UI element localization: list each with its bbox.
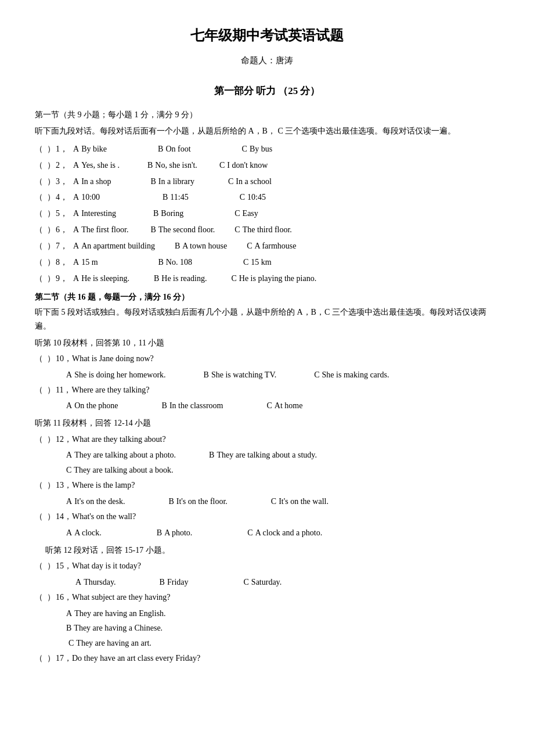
q5-optC: CEasy — [234, 206, 258, 221]
q16-optB-line: BThey are having a Chinese. — [66, 621, 499, 636]
q16-optC: CThey are having an art. — [66, 639, 151, 647]
question-row-8: （ ） 8， A15 m BNo. 108 C15 km — [35, 255, 499, 270]
q4-optB: B11:45 — [163, 190, 189, 205]
question-row-17: （ ） 17，Do they have an art class every F… — [35, 651, 499, 666]
q14-optA: AA clock. — [66, 528, 102, 537]
q2-optA: AYes, she is . — [73, 158, 120, 173]
section1-questions: （ ） 1， ABy bike BOn foot CBy bus （ ） 2， … — [35, 142, 499, 286]
question-row-2: （ ） 2， AYes, she is . BNo, she isn't. CI… — [35, 158, 499, 173]
part1-header: 第一部分 听力 （25 分） — [35, 82, 499, 100]
question-row-10: （ ） 10，What is Jane doing now? — [35, 351, 499, 366]
section1-instruction: 听下面九段对话。每段对话后面有一个小题，从题后所给的 A，B， C 三个选项中选… — [35, 124, 499, 138]
q11-paren: （ ） — [35, 383, 56, 398]
section2-instruction: 听下面 5 段对话或独白。每段对话或独白后面有几个小题，从题中所给的 A，B，C… — [35, 305, 499, 333]
q13-optA: AIt's on the desk. — [66, 497, 125, 506]
q9-paren: （ ） — [35, 271, 56, 286]
material3-header: 听第 12 段对话，回答 15-17 小题。 — [45, 543, 499, 557]
q7-optA: AAn apartment building — [73, 239, 155, 254]
q15-stem: 15，What day is it today? — [56, 559, 141, 574]
q5-num: 5， — [56, 206, 73, 221]
section2-note: 第二节（共 16 题，每题一分，满分 16 分） — [35, 290, 499, 304]
q3-optA: AIn a shop — [73, 174, 111, 189]
page-title: 七年级期中考试英语试题 — [35, 23, 499, 48]
q6-optC: CThe third floor. — [234, 222, 292, 237]
q13-paren: （ ） — [35, 478, 56, 493]
q4-optC: C10:45 — [240, 190, 266, 205]
q12-optA: AThey are talking about a photo. — [66, 451, 176, 459]
q7-num: 7， — [56, 239, 73, 254]
section1-note: 第一节（共 9 小题；每小题 1 分，满分 9 分） — [35, 107, 499, 122]
q15-optC: CSaturday. — [244, 578, 282, 586]
q12-optC-line: CThey are talking about a book. — [66, 463, 499, 478]
question-row-7: （ ） 7， AAn apartment building BA town ho… — [35, 239, 499, 254]
q1-optB: BOn foot — [158, 142, 191, 157]
q1-optC: CBy bus — [242, 142, 273, 157]
q17-paren: （ ） — [35, 651, 56, 666]
q6-num: 6， — [56, 222, 73, 237]
q7-optB: BA town house — [175, 239, 227, 254]
q10-stem: 10，What is Jane doing now? — [56, 351, 154, 366]
q17-stem: 17，Do they have an art class every Frida… — [56, 651, 200, 666]
q16-optC-line: CThey are having an art. — [66, 636, 499, 651]
question-row-15: （ ） 15，What day is it today? — [35, 559, 499, 574]
question-row-6: （ ） 6， AThe first floor. BThe second flo… — [35, 222, 499, 237]
q3-num: 3， — [56, 174, 73, 189]
q14-options: AA clock. BA photo. CA clock and a photo… — [66, 525, 499, 541]
q8-optA: A15 m — [73, 255, 98, 270]
q8-paren: （ ） — [35, 255, 56, 270]
question-row-3: （ ） 3， AIn a shop BIn a library CIn a sc… — [35, 174, 499, 189]
q8-num: 8， — [56, 255, 73, 270]
q12-optA-line: AThey are talking about a photo. BThey a… — [66, 448, 499, 463]
q2-optC: CI don't know — [219, 158, 268, 173]
q5-optA: AInteresting — [73, 206, 116, 221]
q10-options: AShe is doing her homework. BShe is watc… — [66, 368, 499, 383]
q3-paren: （ ） — [35, 174, 56, 189]
q12-optB: BThey are talking about a study. — [209, 451, 317, 459]
q11-optA: AOn the phone — [66, 401, 118, 410]
q15-paren: （ ） — [35, 559, 56, 574]
q7-paren: （ ） — [35, 239, 56, 254]
q15-optB: BFriday — [160, 578, 189, 586]
q11-optC: CAt home — [266, 401, 302, 410]
author-line: 命题人：唐涛 — [35, 53, 499, 69]
question-row-13: （ ） 13，Where is the lamp? — [35, 478, 499, 493]
q11-optB: BIn the classroom — [162, 401, 223, 410]
q8-optB: BNo. 108 — [158, 255, 192, 270]
q10-optC: CShe is making cards. — [314, 370, 389, 379]
q9-optB: BHe is reading. — [154, 271, 207, 286]
q16-paren: （ ） — [35, 590, 56, 605]
q11-stem: 11，Where are they talking? — [56, 383, 150, 398]
q7-optC: CA farmhouse — [247, 239, 296, 254]
q6-paren: （ ） — [35, 222, 56, 237]
q2-paren: （ ） — [35, 158, 56, 173]
q5-paren: （ ） — [35, 206, 56, 221]
question-row-4: （ ） 4， A10:00 B11:45 C10:45 — [35, 190, 499, 205]
question-row-5: （ ） 5， AInteresting BBoring CEasy — [35, 206, 499, 221]
q12-optC: CThey are talking about a book. — [66, 466, 173, 474]
q16-optA-line: AThey are having an English. — [66, 606, 499, 621]
q1-num: 1， — [56, 142, 73, 157]
q16-optA: AThey are having an English. — [66, 609, 166, 618]
q13-options: AIt's on the desk. BIt's on the floor. C… — [66, 494, 499, 509]
q13-optB: BIt's on the floor. — [168, 497, 227, 506]
q2-num: 2， — [56, 158, 73, 173]
material2-header: 听第 11 段材料，回答 12-14 小题 — [35, 416, 499, 430]
q9-num: 9， — [56, 271, 73, 286]
q14-paren: （ ） — [35, 509, 56, 524]
q16-stem: 16，What subject are they having? — [56, 590, 170, 605]
q6-optB: BThe second floor. — [150, 222, 215, 237]
q11-options: AOn the phone BIn the classroom CAt home — [66, 398, 499, 413]
q4-num: 4， — [56, 190, 73, 205]
q16-optB: BThey are having a Chinese. — [66, 624, 163, 632]
q4-paren: （ ） — [35, 190, 56, 205]
question-row-1: （ ） 1， ABy bike BOn foot CBy bus — [35, 142, 499, 157]
q10-paren: （ ） — [35, 351, 56, 366]
q12-stem: 12，What are they talking about? — [56, 432, 166, 447]
q10-optA: AShe is doing her homework. — [66, 370, 166, 379]
q14-optC: CA clock and a photo. — [247, 528, 322, 537]
question-row-16: （ ） 16，What subject are they having? — [35, 590, 499, 605]
q3-optC: CIn a school — [228, 174, 272, 189]
q1-optA: ABy bike — [73, 142, 107, 157]
q9-optC: CHe is playing the piano. — [231, 271, 316, 286]
q12-paren: （ ） — [35, 432, 56, 447]
